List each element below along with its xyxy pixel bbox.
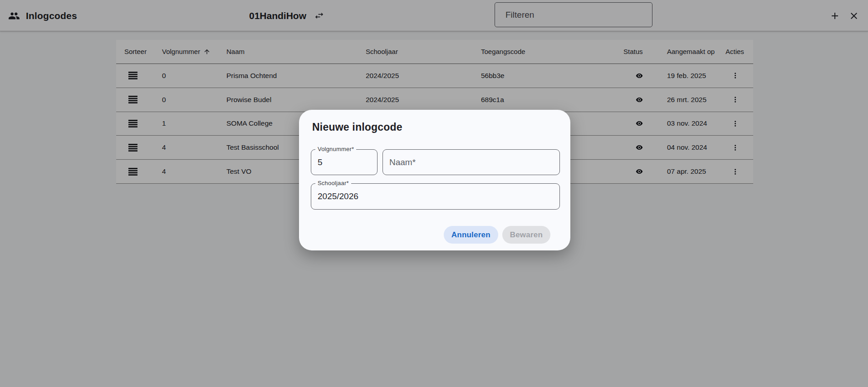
volgnummer-field-label: Volgnummer* — [315, 146, 356, 152]
schooljaar-input[interactable] — [311, 184, 559, 209]
dialog-actions: Annuleren Bewaren — [444, 226, 550, 244]
dialog-title: Nieuwe inlogcode — [312, 121, 402, 133]
schooljaar-field-label: Schooljaar* — [315, 180, 351, 186]
naam-field — [383, 149, 560, 175]
schooljaar-field: Schooljaar* — [311, 183, 560, 210]
cancel-button[interactable]: Annuleren — [444, 226, 498, 244]
new-inlogcode-dialog: Nieuwe inlogcode Volgnummer* Schooljaar*… — [299, 110, 570, 250]
screen: Inlogcodes 01HandiHow — [0, 0, 868, 387]
volgnummer-input[interactable] — [311, 150, 377, 175]
naam-input[interactable] — [383, 150, 559, 175]
save-button[interactable]: Bewaren — [502, 226, 550, 244]
volgnummer-field: Volgnummer* — [311, 149, 378, 175]
